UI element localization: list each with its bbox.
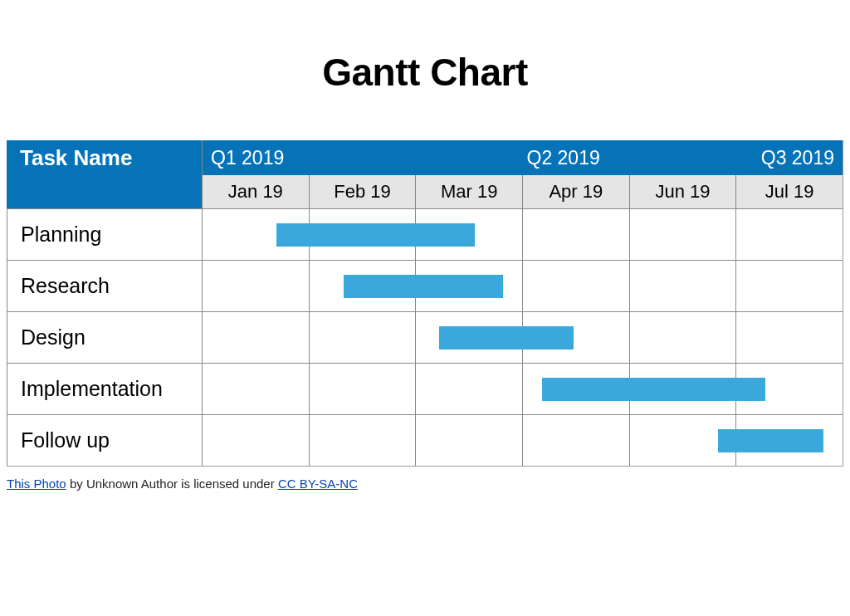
task-name-cell: Implementation	[7, 364, 203, 414]
months-row: Jan 19 Feb 19 Mar 19 Apr 19 Jun 19 Jul 1…	[203, 175, 843, 208]
task-name-cell: Research	[7, 261, 203, 311]
timeline-cell	[629, 261, 736, 311]
timeline-cell	[629, 312, 736, 363]
month-col-3: Apr 19	[522, 175, 629, 208]
timeline-cell	[309, 364, 416, 414]
timeline-cell	[735, 261, 843, 311]
timeline-cell	[735, 209, 843, 260]
timeline-cell	[522, 209, 629, 260]
timeline-cell	[629, 209, 736, 260]
attribution-photo-link[interactable]: This Photo	[7, 477, 66, 491]
quarter-q1: Q1 2019	[203, 140, 519, 175]
timeline-cell	[522, 415, 629, 466]
timeline-cell	[309, 312, 416, 363]
task-name-cell: Follow up	[7, 415, 203, 466]
attribution-mid-text: by Unknown Author is licensed under	[66, 477, 278, 491]
gantt-body: PlanningResearchDesignImplementationFoll…	[7, 208, 843, 466]
month-col-4: Jun 19	[629, 175, 736, 208]
task-timeline	[203, 312, 843, 363]
gantt-chart: Task Name Q1 2019 Q2 2019 Q3 2019 Jan 19…	[7, 140, 843, 467]
task-timeline	[203, 209, 843, 260]
gantt-row: Follow up	[7, 414, 843, 466]
timeline-cell	[522, 261, 629, 311]
quarter-q2: Q2 2019	[519, 140, 732, 175]
task-name-header: Task Name	[7, 140, 203, 175]
gantt-row: Design	[7, 311, 843, 363]
gantt-row: Planning	[7, 208, 843, 260]
task-timeline	[203, 415, 843, 466]
task-timeline	[203, 261, 843, 311]
month-col-5: Jul 19	[735, 175, 843, 208]
gantt-row: Implementation	[7, 363, 843, 414]
timeline-cell	[415, 415, 522, 466]
task-name-header-label: Task Name	[20, 145, 132, 171]
task-name-cell: Design	[7, 312, 203, 363]
gantt-header-months: Jan 19 Feb 19 Mar 19 Apr 19 Jun 19 Jul 1…	[7, 175, 843, 208]
task-timeline	[203, 364, 843, 414]
page-title: Gantt Chart	[0, 50, 850, 95]
quarter-q3: Q3 2019	[732, 140, 843, 175]
gantt-header-quarters: Task Name Q1 2019 Q2 2019 Q3 2019	[7, 140, 843, 175]
gantt-row: Research	[7, 260, 843, 311]
gantt-bar	[718, 429, 823, 452]
timeline-cell	[735, 312, 843, 363]
gantt-bar	[276, 223, 475, 247]
timeline-cell	[203, 415, 309, 466]
gantt-bar	[439, 326, 574, 350]
gantt-bar	[344, 275, 504, 298]
timeline-cell	[203, 261, 309, 311]
timeline-cell	[203, 364, 309, 414]
timeline-cell	[309, 415, 416, 466]
month-col-1: Feb 19	[309, 175, 416, 208]
gantt-bar	[542, 378, 766, 401]
task-name-header-spacer	[7, 175, 203, 208]
attribution: This Photo by Unknown Author is licensed…	[7, 477, 843, 491]
month-col-2: Mar 19	[415, 175, 522, 208]
task-name-cell: Planning	[7, 209, 203, 260]
timeline-cell	[415, 364, 522, 414]
timeline-cell	[203, 312, 309, 363]
quarters-row: Q1 2019 Q2 2019 Q3 2019	[203, 140, 843, 175]
attribution-license-link[interactable]: CC BY-SA-NC	[278, 477, 358, 491]
month-col-0: Jan 19	[203, 175, 309, 208]
